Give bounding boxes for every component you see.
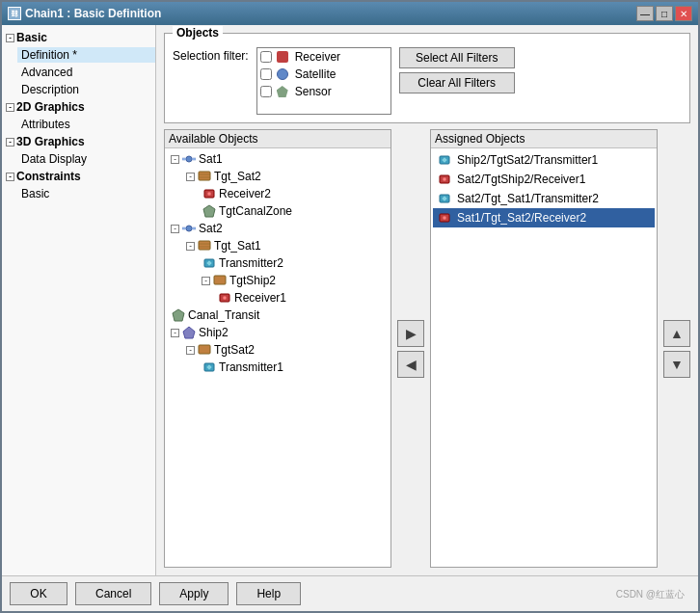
help-button[interactable]: Help — [236, 582, 301, 605]
sat1-icon — [181, 151, 197, 167]
avail-tgt-sat2[interactable]: - Tgt_Sat2 — [167, 168, 389, 185]
transmitter1-icon — [202, 360, 217, 375]
avail-transmitter2-label: Transmitter2 — [219, 256, 283, 270]
svg-rect-22 — [199, 345, 210, 354]
expand-basic-icon[interactable]: - — [6, 34, 14, 42]
app-icon: ⛓ — [8, 7, 21, 20]
sidebar-description-label: Description — [21, 83, 79, 96]
satellite-filter-icon — [275, 67, 290, 82]
avail-ship2[interactable]: - Ship2 — [167, 324, 389, 341]
filter-checkbox-sensor[interactable] — [260, 86, 272, 97]
filter-item-receiver[interactable]: Receiver — [257, 48, 390, 66]
sidebar-item-data-display[interactable]: Data Display — [2, 150, 155, 168]
ship2-icon — [181, 325, 197, 340]
avail-transmitter1[interactable]: Transmitter1 — [167, 359, 389, 376]
cancel-button[interactable]: Cancel — [75, 582, 151, 605]
filter-item-sensor[interactable]: Sensor — [257, 83, 390, 100]
expand-tgtship2-icon[interactable]: - — [202, 277, 210, 285]
assigned-icon-0 — [437, 152, 452, 168]
filter-sensor-label: Sensor — [295, 85, 332, 98]
avail-transmitter1-label: Transmitter1 — [219, 360, 283, 374]
clear-all-filters-button[interactable]: Clear All Filters — [399, 72, 515, 93]
watermark: CSDN @红蓝心 — [616, 588, 685, 601]
avail-sat1[interactable]: - Sat1 — [167, 150, 389, 168]
avail-tgtcanalzone[interactable]: TgtCanalZone — [167, 202, 389, 220]
sat2-icon — [181, 221, 197, 236]
sidebar: - Basic Definition * Advanced Descriptio… — [2, 25, 156, 575]
up-down-buttons: ▲ ▼ — [663, 129, 690, 568]
svg-rect-1 — [182, 158, 186, 160]
sidebar-section-2d: - 2D Graphics — [2, 98, 155, 116]
svg-rect-12 — [199, 241, 210, 250]
avail-sat1-label: Sat1 — [199, 152, 223, 166]
maximize-button[interactable]: □ — [656, 6, 673, 21]
receiver2-icon — [202, 186, 217, 201]
expand-tgtsat1-icon[interactable]: - — [186, 242, 195, 251]
avail-sat2[interactable]: - Sat2 — [167, 220, 389, 237]
avail-receiver1[interactable]: Receiver1 — [167, 289, 389, 306]
avail-tgt-sat1[interactable]: - Tgt_Sat1 — [167, 237, 389, 254]
objects-section-title: Objects — [173, 26, 223, 40]
expand-sat1-icon[interactable]: - — [171, 155, 179, 164]
filter-satellite-label: Satellite — [295, 67, 337, 81]
bottom-bar: OK Cancel Apply Help CSDN @红蓝心 — [2, 575, 698, 611]
expand-3d-icon[interactable]: - — [6, 138, 14, 147]
sidebar-definition-label: Definition * — [21, 48, 77, 62]
assigned-item-2[interactable]: Sat2/Tgt_Sat1/Transmitter2 — [433, 189, 655, 208]
avail-transmitter2[interactable]: Transmitter2 — [167, 254, 389, 272]
sidebar-item-description[interactable]: Description — [2, 81, 155, 98]
assigned-objects-content[interactable]: Ship2/TgtSat2/Transmitter1 Sat2/TgtShip2… — [431, 148, 657, 567]
apply-button[interactable]: Apply — [159, 582, 229, 605]
minimize-button[interactable]: — — [636, 6, 654, 21]
svg-marker-20 — [173, 309, 184, 321]
avail-tgtsat2-ship[interactable]: - TgtSat2 — [167, 341, 389, 359]
expand-ship2-icon[interactable]: - — [171, 329, 179, 337]
close-button[interactable]: ✕ — [675, 6, 692, 21]
filter-checkbox-receiver[interactable] — [260, 51, 272, 63]
ok-button[interactable]: OK — [10, 582, 67, 605]
expand-constraints-icon[interactable]: - — [6, 173, 14, 181]
sidebar-datadisplay-label: Data Display — [21, 152, 87, 166]
svg-point-19 — [223, 296, 227, 300]
assigned-item-0[interactable]: Ship2/TgtSat2/Transmitter1 — [433, 150, 655, 170]
expand-2d-icon[interactable]: - — [6, 103, 14, 112]
sidebar-3d-label: 3D Graphics — [16, 135, 85, 148]
assigned-label-0: Ship2/TgtSat2/Transmitter1 — [457, 153, 598, 167]
sidebar-constraints-label: Constraints — [16, 170, 81, 183]
tgt-sat2-icon — [197, 169, 212, 184]
tgtcanalzone-icon — [202, 203, 217, 219]
sidebar-item-basic-constraints[interactable]: Basic — [2, 185, 155, 202]
transfer-left-button[interactable]: ◀ — [397, 351, 424, 378]
filter-list[interactable]: Receiver Satellite — [256, 47, 391, 115]
avail-tgtship2[interactable]: - TgtShip2 — [167, 272, 389, 289]
avail-canal-transit-label: Canal_Transit — [188, 308, 259, 322]
sidebar-basic-constraints-label: Basic — [21, 187, 49, 200]
assigned-icon-2 — [437, 191, 452, 206]
avail-receiver2[interactable]: Receiver2 — [167, 185, 389, 202]
assigned-item-3[interactable]: Sat1/Tgt_Sat2/Receiver2 — [433, 208, 655, 227]
transfer-right-button[interactable]: ▶ — [397, 320, 424, 347]
available-objects-content[interactable]: - Sat1 - — [165, 148, 390, 567]
title-bar-left: ⛓ Chain1 : Basic Definition — [8, 7, 161, 20]
sidebar-2d-label: 2D Graphics — [16, 100, 85, 114]
expand-tgtsat2ship-icon[interactable]: - — [186, 346, 195, 355]
filter-buttons: Select All Filters Clear All Filters — [399, 47, 515, 93]
sidebar-attributes-label: Attributes — [21, 118, 70, 131]
sidebar-item-advanced[interactable]: Advanced — [2, 64, 155, 81]
title-bar-buttons: — □ ✕ — [636, 6, 692, 21]
objects-section: Objects Selection filter: Receiver — [164, 33, 690, 123]
sidebar-item-definition[interactable]: Definition * — [2, 46, 155, 64]
assigned-item-1[interactable]: Sat2/TgtShip2/Receiver1 — [433, 170, 655, 189]
main-content: - Basic Definition * Advanced Descriptio… — [2, 25, 698, 575]
move-down-button[interactable]: ▼ — [663, 351, 690, 378]
select-all-filters-button[interactable]: Select All Filters — [399, 47, 515, 68]
filter-checkbox-satellite[interactable] — [260, 68, 272, 80]
avail-canal-transit[interactable]: Canal_Transit — [167, 306, 389, 324]
filter-item-satellite[interactable]: Satellite — [257, 66, 390, 83]
move-up-button[interactable]: ▲ — [663, 320, 690, 347]
expand-sat2-icon[interactable]: - — [171, 225, 179, 233]
receiver-filter-icon — [275, 49, 290, 65]
sidebar-item-attributes[interactable]: Attributes — [2, 116, 155, 133]
expand-tgtsat2-icon[interactable]: - — [186, 173, 195, 181]
assigned-icon-1 — [437, 172, 452, 187]
